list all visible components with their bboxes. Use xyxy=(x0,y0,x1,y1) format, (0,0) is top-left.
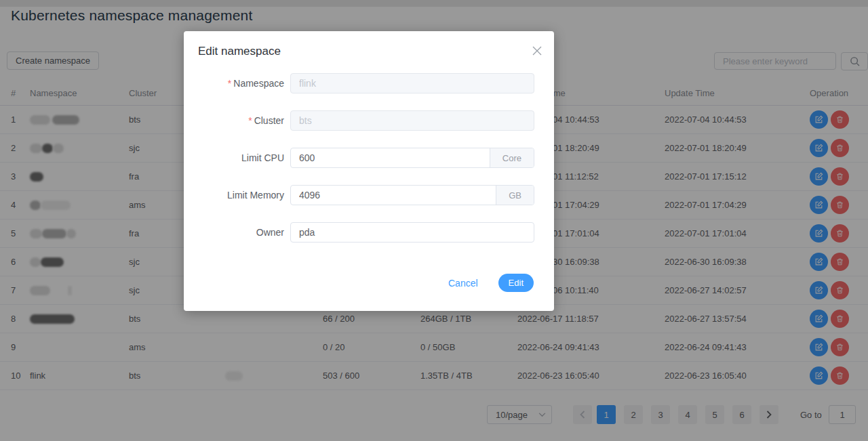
field-input-wrap xyxy=(290,222,534,243)
field-input-wrap xyxy=(290,73,534,93)
field-label: *Limit CPU xyxy=(184,152,284,163)
field-input[interactable] xyxy=(291,186,496,205)
input-unit-append: GB xyxy=(496,186,534,205)
field-input[interactable] xyxy=(291,111,534,130)
field-input-wrap: Core xyxy=(290,148,534,168)
required-asterisk: * xyxy=(248,115,252,126)
field-label: *Owner xyxy=(184,227,284,238)
form-row: *Namespace xyxy=(184,73,554,93)
close-icon xyxy=(532,46,542,56)
field-label: *Cluster xyxy=(184,115,284,126)
required-asterisk: * xyxy=(228,78,231,89)
cancel-button[interactable]: Cancel xyxy=(448,278,478,289)
field-input[interactable] xyxy=(291,223,534,242)
form-row: *Owner xyxy=(184,222,554,243)
input-unit-append: Core xyxy=(490,148,534,167)
field-input[interactable] xyxy=(291,74,534,93)
edit-namespace-modal: Edit namespace *Namespace xyxy=(184,31,554,311)
field-input-wrap: GB xyxy=(290,185,534,205)
modal-form: *Namespace *Cluster xyxy=(184,73,554,259)
field-label: *Limit Memory xyxy=(184,190,284,201)
app-root: Kubernetes namespace management Create n… xyxy=(0,0,868,441)
form-row: *Cluster xyxy=(184,110,554,131)
form-row: *Limit Memory GB xyxy=(184,185,554,205)
modal-footer: Cancel Edit xyxy=(448,274,534,292)
field-label: *Namespace xyxy=(184,78,284,89)
field-input-wrap xyxy=(290,110,534,131)
close-button[interactable] xyxy=(529,43,545,59)
modal-title: Edit namespace xyxy=(198,45,281,58)
edit-submit-button[interactable]: Edit xyxy=(498,274,534,292)
field-input[interactable] xyxy=(291,148,490,167)
form-row: *Limit CPU Core xyxy=(184,148,554,168)
